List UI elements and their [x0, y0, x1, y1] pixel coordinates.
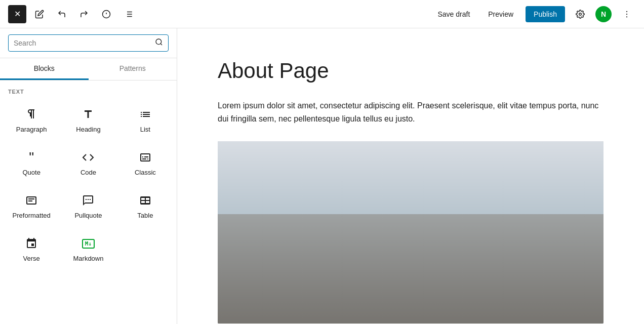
- block-label-markdown: Markdown: [73, 255, 104, 262]
- page-body-text: Lorem ipsum dolor sit amet, consectetur …: [218, 99, 602, 125]
- block-label-classic: Classic: [135, 169, 156, 176]
- search-box: [8, 34, 169, 52]
- block-label-verse: Verse: [23, 255, 40, 262]
- preformatted-icon: [25, 193, 37, 208]
- more-options-icon[interactable]: [618, 5, 636, 23]
- table-icon: [139, 193, 151, 208]
- list-view-icon[interactable]: [119, 5, 138, 23]
- block-item-markdown[interactable]: M↓ Markdown: [61, 228, 115, 269]
- block-label-pullquote: Pullquote: [74, 212, 102, 219]
- block-label-preformatted: Preformatted: [13, 212, 51, 219]
- redo-icon[interactable]: [75, 5, 93, 23]
- block-item-verse[interactable]: Verse: [4, 228, 59, 269]
- search-container: [0, 28, 177, 58]
- svg-point-12: [626, 16, 627, 17]
- search-icon: [155, 38, 163, 48]
- block-label-code: Code: [80, 169, 96, 176]
- markdown-icon: M↓: [82, 236, 95, 251]
- topbar-left: ✕: [8, 5, 138, 23]
- avatar: N: [595, 6, 612, 22]
- verse-icon: [25, 236, 37, 251]
- block-item-pullquote[interactable]: Pullquote: [61, 185, 115, 226]
- topbar: ✕ Save draft Preview Publish N: [0, 0, 644, 28]
- photo-placeholder: [218, 141, 603, 323]
- paragraph-icon: [25, 107, 37, 122]
- block-label-list: List: [140, 126, 150, 133]
- publish-button[interactable]: Publish: [526, 6, 565, 22]
- blocks-grid: Paragraph Heading List " Quote: [0, 99, 177, 277]
- heading-icon: [82, 107, 94, 122]
- page-image: [218, 141, 603, 323]
- undo-icon[interactable]: [53, 5, 71, 23]
- svg-point-10: [626, 11, 627, 12]
- sidebar-tabs: Blocks Patterns: [0, 58, 177, 80]
- pullquote-icon: [82, 193, 94, 208]
- block-label-paragraph: Paragraph: [16, 126, 47, 133]
- block-item-quote[interactable]: " Quote: [4, 142, 59, 183]
- block-item-preformatted[interactable]: Preformatted: [4, 185, 59, 226]
- classic-icon: [139, 150, 151, 165]
- block-item-code[interactable]: Code: [61, 142, 115, 183]
- block-label-quote: Quote: [22, 169, 40, 176]
- svg-point-11: [626, 13, 627, 14]
- block-item-heading[interactable]: Heading: [61, 99, 115, 140]
- tab-patterns[interactable]: Patterns: [89, 58, 177, 80]
- quote-icon: ": [29, 150, 34, 165]
- info-icon[interactable]: [97, 5, 115, 23]
- close-button[interactable]: ✕: [8, 5, 26, 23]
- list-icon: [139, 107, 151, 122]
- search-input[interactable]: [14, 39, 155, 47]
- block-item-classic[interactable]: Classic: [118, 142, 173, 183]
- content-area: About Page Lorem ipsum dolor sit amet, c…: [177, 28, 644, 324]
- settings-icon[interactable]: [571, 5, 589, 23]
- page-title: About Page: [218, 59, 603, 83]
- save-draft-button[interactable]: Save draft: [431, 6, 476, 22]
- tab-blocks[interactable]: Blocks: [0, 58, 89, 80]
- sidebar: Blocks Patterns TEXT Paragraph Heading: [0, 28, 177, 324]
- block-item-list[interactable]: List: [118, 99, 173, 140]
- svg-point-9: [579, 13, 582, 15]
- block-label-heading: Heading: [76, 126, 100, 133]
- svg-point-13: [156, 39, 162, 45]
- block-item-table[interactable]: Table: [118, 185, 173, 226]
- section-label-text: TEXT: [0, 80, 177, 99]
- svg-line-14: [160, 44, 162, 45]
- preview-button[interactable]: Preview: [482, 6, 519, 22]
- block-label-table: Table: [137, 212, 153, 219]
- markdown-badge: M↓: [82, 239, 95, 249]
- edit-icon[interactable]: [30, 5, 49, 23]
- topbar-right: Save draft Preview Publish N: [431, 5, 636, 23]
- main-layout: Blocks Patterns TEXT Paragraph Heading: [0, 28, 644, 324]
- block-item-paragraph[interactable]: Paragraph: [4, 99, 59, 140]
- code-icon: [82, 150, 94, 165]
